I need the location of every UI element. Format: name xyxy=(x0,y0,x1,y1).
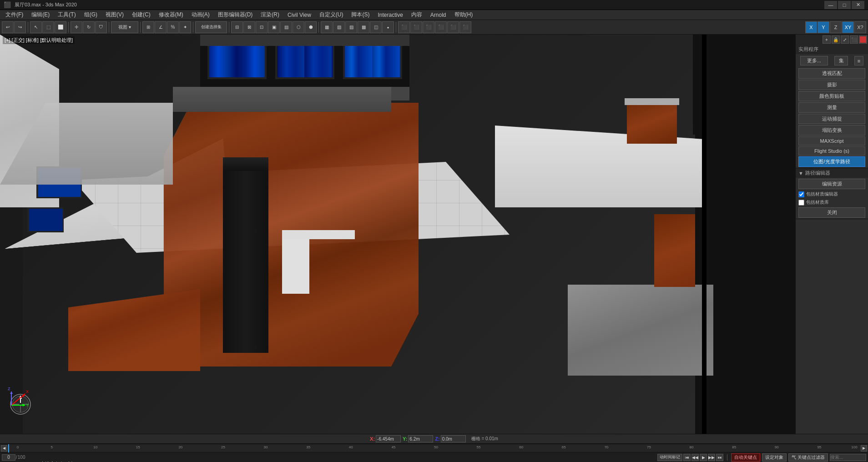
layer-manager[interactable]: ▦ xyxy=(321,21,333,33)
menu-view[interactable]: 视图(V) xyxy=(102,10,127,20)
select-region[interactable]: ⬚ xyxy=(42,21,54,33)
menu-graph-editor[interactable]: 图形编辑器(D) xyxy=(214,10,257,20)
sets-button[interactable]: 集 xyxy=(834,56,848,65)
include-mat-lib-check[interactable] xyxy=(798,200,804,206)
time-tag-button[interactable]: 动时间标记 xyxy=(657,454,682,461)
menu-content[interactable]: 内容 xyxy=(408,10,426,20)
menu-group[interactable]: 组(G) xyxy=(81,10,101,20)
panel-lock-icon[interactable]: 🔒 xyxy=(832,35,840,44)
bind-space-warp[interactable]: ⬥ xyxy=(382,21,394,33)
maximize-button[interactable]: □ xyxy=(838,1,851,9)
y-axis-button[interactable]: Y xyxy=(818,21,829,33)
menu-render[interactable]: 渲染(R) xyxy=(257,10,283,20)
select-scale[interactable]: ⛉ xyxy=(95,21,107,33)
redo-button[interactable]: ↪ xyxy=(14,21,26,33)
scene-explorer[interactable]: ▧ xyxy=(333,21,345,33)
bitmap-path-btn[interactable]: 位图/光度学路径 xyxy=(798,156,865,167)
view-dropdown[interactable]: 视图 ▾ xyxy=(111,21,138,33)
x-coord-input[interactable] xyxy=(376,435,401,442)
parent[interactable]: ▩ xyxy=(358,21,369,33)
play-start-button[interactable]: ⏮ xyxy=(683,454,691,461)
key-filter-button[interactable]: 气 关键点过滤器 xyxy=(788,453,828,462)
motion-capture-btn[interactable]: 运动捕捉 xyxy=(798,114,865,124)
timeline-next-btn[interactable]: ▶ xyxy=(861,445,867,452)
close-button-panel[interactable]: 关闭 xyxy=(798,207,865,218)
mirror-button[interactable]: ⊟ xyxy=(231,21,243,33)
material-editor[interactable]: ⬛ xyxy=(447,21,459,33)
undo-redo-group: ↩ ↪ xyxy=(2,21,26,33)
close-button[interactable]: ✕ xyxy=(852,1,864,9)
panel-menu-icon[interactable]: ⬛ xyxy=(850,35,858,44)
utilities-label: 实用程序 xyxy=(798,46,818,53)
timeline-prev-btn[interactable]: ◀ xyxy=(1,445,7,452)
select-move[interactable]: ✛ xyxy=(71,21,82,33)
menu-arnold[interactable]: Arnold xyxy=(427,11,450,19)
render-production[interactable]: ⬛ xyxy=(423,21,434,33)
measure-btn[interactable]: 测量 xyxy=(798,102,865,113)
xp-axis-button[interactable]: X? xyxy=(854,21,866,33)
xy-axis-button[interactable]: XY xyxy=(842,21,854,33)
menu-edit[interactable]: 编辑(E) xyxy=(28,10,53,20)
search-filter-input[interactable] xyxy=(830,454,866,461)
panel-move-icon[interactable]: ⤢ xyxy=(841,35,849,44)
snap-toggle[interactable]: ⊞ xyxy=(142,21,154,33)
play-prev-frame[interactable]: ◀◀ xyxy=(691,454,699,461)
menu-icon-button[interactable]: ≡ xyxy=(854,56,863,65)
y-coord-input[interactable] xyxy=(408,435,433,442)
set-key-button[interactable]: 设定对象 xyxy=(762,453,787,462)
auto-key-button[interactable]: 自动关键点 xyxy=(731,453,760,462)
quick-align[interactable]: ▤ xyxy=(280,21,292,33)
render-iterative[interactable]: ⬛ xyxy=(435,21,447,33)
render-frame[interactable]: ⬛ xyxy=(410,21,422,33)
render-setup[interactable]: ⬛ xyxy=(398,21,410,33)
spacing-tool[interactable]: ⬡ xyxy=(293,21,304,33)
play-next-frame[interactable]: ▶▶ xyxy=(708,454,715,461)
menu-animation[interactable]: 动画(A) xyxy=(188,10,213,20)
percent-snap[interactable]: % xyxy=(167,21,179,33)
render-environment[interactable]: ⬛ xyxy=(459,21,471,33)
camera-match-btn[interactable]: 摄影 xyxy=(798,80,865,90)
menu-tools[interactable]: 工具(T) xyxy=(54,10,79,20)
perspective-match-btn[interactable]: 透视匹配 xyxy=(798,68,865,79)
menu-civil-view[interactable]: Civil View xyxy=(284,11,315,19)
viewport-3d[interactable]: [+] [正交] [标准] [默认明暗处理] xyxy=(0,35,795,434)
clone-align[interactable]: ⬢ xyxy=(305,21,317,33)
menu-interactive[interactable]: Interactive xyxy=(374,11,406,19)
z-coord-input[interactable] xyxy=(441,435,466,442)
edit-resources-btn[interactable]: 编辑资源 xyxy=(798,179,865,189)
z-axis-button[interactable]: Z xyxy=(830,21,842,33)
unparent[interactable]: ◫ xyxy=(370,21,382,33)
minimize-button[interactable]: — xyxy=(824,1,837,9)
edit-named-select[interactable]: 创建选择集 xyxy=(195,21,227,33)
menu-create[interactable]: 创建(C) xyxy=(128,10,154,20)
current-frame-input[interactable] xyxy=(2,454,15,461)
menu-help[interactable]: 帮助(H) xyxy=(451,10,477,20)
undo-button[interactable]: ↩ xyxy=(2,21,14,33)
select-window[interactable]: ⬜ xyxy=(55,21,66,33)
play-button[interactable]: ▶ xyxy=(700,454,707,461)
menu-file[interactable]: 文件(F) xyxy=(2,10,27,20)
panel-plus-icon[interactable]: + xyxy=(823,35,831,44)
x-axis-button[interactable]: X xyxy=(805,21,817,33)
layer-list[interactable]: ▨ xyxy=(345,21,357,33)
align-normal[interactable]: ▣ xyxy=(268,21,280,33)
align-button[interactable]: ⊠ xyxy=(243,21,255,33)
select-rotate[interactable]: ↻ xyxy=(83,21,95,33)
maxscript-util-btn[interactable]: MAXScript xyxy=(798,136,865,146)
angle-snap[interactable]: ∠ xyxy=(155,21,167,33)
menu-scripting[interactable]: 脚本(S) xyxy=(348,10,373,20)
align-view[interactable]: ⊡ xyxy=(256,21,267,33)
menu-modifiers[interactable]: 修改器(M) xyxy=(155,10,187,20)
color-clipboard-btn[interactable]: 颜色剪贴板 xyxy=(798,91,865,101)
timeline-playhead[interactable] xyxy=(8,444,9,452)
flight-studio-btn[interactable]: Flight Studio (s) xyxy=(798,146,865,156)
collapse-transform-btn[interactable]: 塌陷变换 xyxy=(798,125,865,136)
play-end-button[interactable]: ⏭ xyxy=(716,454,723,461)
spinner-snap[interactable]: ✦ xyxy=(179,21,191,33)
menu-customize[interactable]: 自定义(U) xyxy=(316,10,347,20)
timeline-ruler[interactable]: 0 5 10 15 20 25 30 35 40 45 50 55 60 65 … xyxy=(8,444,860,452)
more-button[interactable]: 更多... xyxy=(800,56,828,65)
select-tool[interactable]: ↖ xyxy=(30,21,42,33)
color-swatch[interactable] xyxy=(860,36,866,43)
include-mat-editor-check[interactable] xyxy=(798,191,804,197)
